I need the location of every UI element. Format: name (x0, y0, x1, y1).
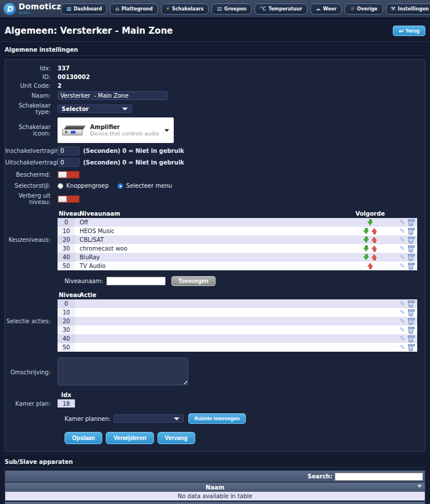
col-niveau: Niveau (58, 210, 75, 217)
level-order-cell (352, 245, 388, 252)
id-value: 00130002 (58, 74, 90, 80)
delete-icon[interactable] (408, 319, 413, 325)
edit-icon[interactable]: ✎ (400, 335, 405, 342)
delete-icon[interactable] (408, 229, 413, 235)
action-level-value: 0 (58, 299, 75, 308)
level-order-cell (352, 237, 388, 243)
edit-icon[interactable]: ✎ (400, 318, 405, 324)
dashboard-icon: ▦ (66, 6, 71, 12)
section-subslave: Sub/Slave apparaten (5, 459, 425, 468)
back-button[interactable]: ↩ Terug (393, 26, 425, 36)
save-button[interactable]: Opslaan (64, 432, 102, 444)
switch-type-select[interactable]: Selector (58, 105, 132, 113)
action-row: 50✎ (58, 343, 417, 352)
nav-groepen[interactable]: ▤Groepen (212, 3, 252, 15)
move-up-icon[interactable] (371, 254, 378, 260)
delete-icon[interactable] (408, 337, 413, 342)
edit-icon[interactable]: ✎ (400, 237, 405, 243)
levelname-input[interactable] (106, 277, 166, 285)
lightbulb-icon: ⚡ (166, 6, 170, 12)
delete-device-button[interactable]: Verwijderen (106, 432, 153, 444)
domoticz-logo-icon: D (3, 3, 16, 15)
col-niveaunaam: Niveaunaam (75, 210, 352, 217)
nav-overige[interactable]: ☼Overige (345, 3, 382, 15)
move-up-icon[interactable] (367, 263, 374, 269)
move-down-icon[interactable] (363, 245, 370, 252)
level-row: 10HEOS Music✎ (58, 227, 417, 235)
edit-icon[interactable]: ✎ (400, 228, 405, 234)
off-delay-label: Uitschakelvertraging: (5, 159, 58, 166)
delete-icon[interactable] (408, 255, 413, 261)
move-down-icon[interactable] (367, 219, 374, 226)
column-header-naam[interactable]: Naam (5, 482, 425, 492)
move-down-icon[interactable] (363, 237, 370, 243)
action-actions: ✎ (388, 344, 417, 351)
nav-instellingen[interactable]: ⚒Instellingen▾ (386, 3, 430, 15)
edit-icon[interactable]: ✎ (400, 327, 405, 333)
delete-icon[interactable] (408, 302, 413, 308)
logo[interactable]: D Domoticz 2020.2 (3, 3, 61, 15)
off-delay-input[interactable] (58, 158, 80, 167)
nav-plattegrond[interactable]: ⌂Plattegrond (110, 3, 157, 15)
level-row: 30chromecast woo✎ (58, 244, 417, 253)
name-input[interactable] (58, 91, 168, 100)
add-room-button[interactable]: Ruimte toevoegen (188, 413, 245, 424)
radio-label: Knoppengroep (66, 183, 109, 189)
delete-icon[interactable] (408, 220, 413, 226)
nav-weer[interactable]: ☁Weer (310, 3, 342, 15)
section-general: Algemene instellingen (5, 47, 425, 56)
edit-icon[interactable]: ✎ (400, 309, 405, 316)
action-level-value: 30 (58, 326, 75, 334)
edit-icon[interactable]: ✎ (400, 254, 405, 260)
add-level-button[interactable]: Toevoegen (171, 276, 216, 286)
move-up-icon[interactable] (371, 245, 378, 252)
level-row: 40BluRay✎ (58, 253, 417, 262)
search-label: Search: (307, 473, 332, 480)
action-level-value: 10 (58, 308, 75, 317)
delete-icon[interactable] (408, 310, 413, 316)
nav-dashboard[interactable]: ▦Dashboard (61, 3, 107, 15)
nav-label: Schakelaars (172, 6, 203, 12)
edit-icon[interactable]: ✎ (400, 344, 405, 351)
radio-select-menu[interactable] (117, 183, 123, 189)
nav-schakelaars[interactable]: ⚡Schakelaars (161, 3, 209, 15)
hide-off-toggle[interactable] (58, 195, 80, 203)
idx-label: Idx: (5, 65, 58, 72)
action-level-value: 40 (58, 334, 75, 343)
radio-buttons-group[interactable] (58, 183, 63, 189)
search-input[interactable] (335, 473, 423, 481)
edit-icon[interactable]: ✎ (400, 219, 405, 226)
unit-code-value: 2 (58, 83, 62, 89)
protected-toggle[interactable] (58, 171, 80, 178)
nav-temperatuur[interactable]: ℃Temperatuur (255, 3, 307, 15)
level-value: 30 (58, 244, 75, 253)
off-delay-hint: (Seconden) 0 = Niet in gebruik (83, 159, 184, 166)
name-label: Naam: (5, 92, 58, 99)
move-down-icon[interactable] (363, 228, 370, 234)
on-delay-input[interactable] (58, 146, 80, 155)
delete-icon[interactable] (408, 246, 413, 252)
delete-icon[interactable] (408, 238, 413, 244)
amplifier-icon (62, 126, 85, 135)
edit-icon[interactable]: ✎ (400, 263, 405, 269)
switch-icon-select[interactable]: Amplifier Device that controls audio (58, 117, 174, 143)
move-down-icon[interactable] (363, 254, 370, 260)
chevron-down-icon (174, 417, 180, 420)
roomplans-select[interactable] (114, 414, 184, 423)
replace-button[interactable]: Vervang (157, 432, 195, 444)
delete-icon[interactable] (408, 328, 413, 334)
delete-icon[interactable] (408, 264, 413, 270)
idx-value: 337 (58, 65, 70, 72)
move-up-icon[interactable] (371, 237, 378, 243)
description-textarea[interactable] (58, 358, 188, 385)
edit-icon[interactable]: ✎ (400, 245, 405, 252)
action-row: 20✎ (58, 317, 417, 326)
action-row: 30✎ (58, 326, 417, 334)
move-up-icon[interactable] (371, 228, 378, 234)
levelname-label: Niveaunaam: (64, 278, 103, 284)
action-row: 0✎ (58, 299, 417, 308)
misc-icon: ☼ (350, 6, 354, 12)
delete-icon[interactable] (408, 345, 413, 351)
edit-icon[interactable]: ✎ (400, 301, 405, 307)
nav-label: Plattegrond (121, 6, 153, 12)
